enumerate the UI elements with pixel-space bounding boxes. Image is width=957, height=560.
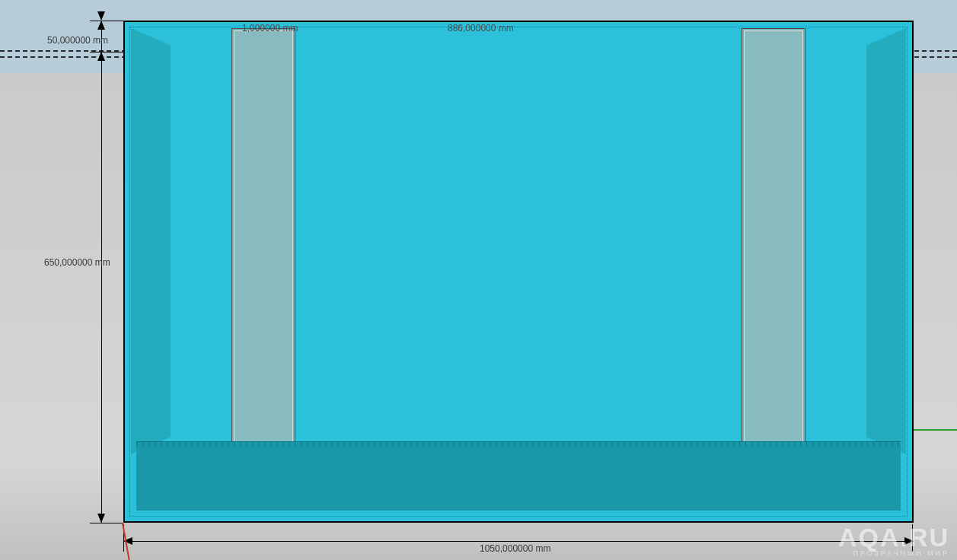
arrowhead-down-icon: [97, 514, 105, 523]
tank-wall-right: [866, 28, 906, 454]
dim-line-height-main: [101, 21, 102, 523]
aquarium-tank[interactable]: [123, 21, 914, 523]
cad-viewport[interactable]: 650,000000 mm 50,000000 mm 1,000000 mm 8…: [0, 0, 957, 560]
tank-wall-left: [131, 28, 171, 454]
dim-label-height-offset: 50,000000 mm: [47, 35, 108, 46]
dim-label-height-main: 650,000000 mm: [44, 257, 110, 268]
dim-extension-bottom: [90, 523, 123, 523]
dim-label-inner-width: 886,000000 mm: [448, 23, 514, 33]
watermark-tagline: ПРОЗРАЧНЫЙ МИР: [838, 550, 949, 557]
watermark: AQA.RU ПРОЗРАЧНЫЙ МИР: [838, 524, 949, 557]
dim-extension-offset: [90, 52, 123, 52]
dim-label-width: 1050,000000 mm: [480, 543, 550, 554]
watermark-title: AQA.RU: [838, 524, 949, 550]
dim-label-brace-offset: 1,000000 mm: [242, 23, 298, 33]
arrowhead-up-offset-icon: [97, 52, 105, 61]
axis-green-icon: [914, 429, 957, 431]
tank-brace-left[interactable]: [231, 28, 295, 454]
tank-brace-right[interactable]: [742, 28, 805, 454]
tank-floor: [136, 441, 901, 511]
dim-line-width: [123, 541, 914, 542]
dim-extension-top: [90, 21, 123, 21]
arrowhead-down-offset-icon: [97, 11, 105, 21]
